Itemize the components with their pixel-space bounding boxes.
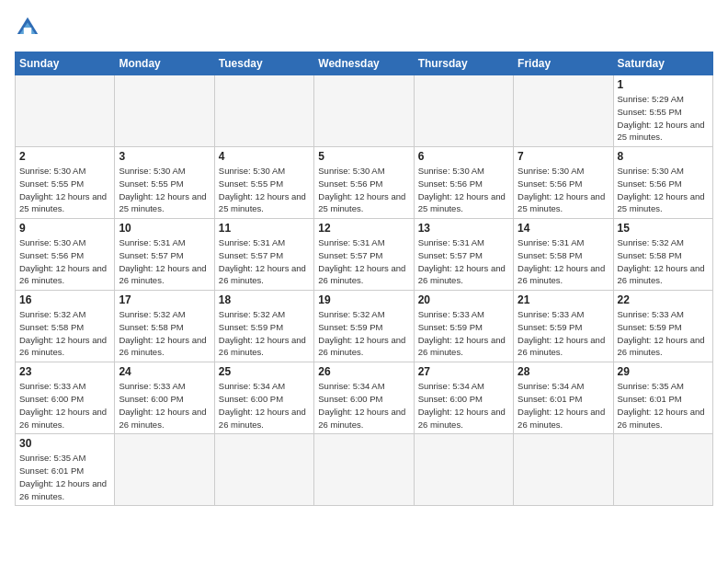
day-number: 8 — [618, 150, 709, 163]
day-info: Sunrise: 5:30 AM Sunset: 5:56 PM Dayligh… — [518, 165, 609, 215]
day-number: 12 — [318, 222, 409, 235]
day-info: Sunrise: 5:34 AM Sunset: 6:01 PM Dayligh… — [518, 380, 609, 431]
day-number: 1 — [618, 78, 709, 91]
day-info: Sunrise: 5:33 AM Sunset: 5:59 PM Dayligh… — [518, 308, 609, 359]
calendar-day-cell: 9Sunrise: 5:30 AM Sunset: 5:56 PM Daylig… — [16, 219, 115, 291]
day-number: 26 — [318, 365, 409, 378]
calendar-day-cell: 11Sunrise: 5:31 AM Sunset: 5:57 PM Dayli… — [214, 219, 313, 291]
calendar-day-cell: 2Sunrise: 5:30 AM Sunset: 5:55 PM Daylig… — [16, 147, 115, 219]
calendar-day-cell — [314, 75, 414, 147]
calendar-day-cell: 16Sunrise: 5:32 AM Sunset: 5:58 PM Dayli… — [16, 291, 115, 362]
day-info: Sunrise: 5:30 AM Sunset: 5:56 PM Dayligh… — [418, 165, 509, 215]
day-number: 13 — [418, 222, 509, 235]
calendar-day-cell: 24Sunrise: 5:33 AM Sunset: 6:00 PM Dayli… — [115, 362, 214, 434]
calendar-day-cell: 28Sunrise: 5:34 AM Sunset: 6:01 PM Dayli… — [514, 362, 613, 434]
svg-rect-2 — [24, 28, 31, 34]
calendar-day-cell — [314, 434, 414, 506]
day-info: Sunrise: 5:30 AM Sunset: 5:56 PM Dayligh… — [318, 165, 409, 215]
calendar-day-cell: 4Sunrise: 5:30 AM Sunset: 5:55 PM Daylig… — [214, 147, 313, 219]
logo-icon — [15, 15, 40, 40]
day-number: 28 — [518, 365, 609, 378]
calendar-week-row: 1Sunrise: 5:29 AM Sunset: 5:55 PM Daylig… — [16, 75, 713, 147]
calendar-day-cell: 17Sunrise: 5:32 AM Sunset: 5:58 PM Dayli… — [115, 291, 214, 362]
calendar-day-cell — [214, 75, 313, 147]
calendar-day-cell — [514, 434, 613, 506]
day-number: 5 — [318, 150, 409, 163]
day-info: Sunrise: 5:30 AM Sunset: 5:55 PM Dayligh… — [119, 165, 210, 215]
day-number: 15 — [618, 222, 709, 235]
calendar-day-cell: 25Sunrise: 5:34 AM Sunset: 6:00 PM Dayli… — [214, 362, 313, 434]
calendar-header-row: SundayMondayTuesdayWednesdayThursdayFrid… — [16, 52, 713, 75]
day-info: Sunrise: 5:32 AM Sunset: 5:58 PM Dayligh… — [618, 236, 709, 287]
day-info: Sunrise: 5:35 AM Sunset: 6:01 PM Dayligh… — [618, 380, 709, 431]
calendar-header-saturday: Saturday — [613, 52, 712, 75]
day-number: 2 — [19, 150, 110, 163]
calendar-day-cell — [115, 75, 214, 147]
day-number: 14 — [518, 222, 609, 235]
day-info: Sunrise: 5:33 AM Sunset: 6:00 PM Dayligh… — [119, 380, 210, 431]
calendar-table: SundayMondayTuesdayWednesdayThursdayFrid… — [15, 52, 713, 506]
calendar-day-cell: 10Sunrise: 5:31 AM Sunset: 5:57 PM Dayli… — [115, 219, 214, 291]
day-number: 21 — [518, 293, 609, 306]
day-info: Sunrise: 5:32 AM Sunset: 5:58 PM Dayligh… — [19, 308, 110, 359]
calendar-day-cell: 27Sunrise: 5:34 AM Sunset: 6:00 PM Dayli… — [414, 362, 513, 434]
calendar-header-friday: Friday — [514, 52, 613, 75]
calendar-day-cell: 12Sunrise: 5:31 AM Sunset: 5:57 PM Dayli… — [314, 219, 414, 291]
day-number: 9 — [19, 222, 110, 235]
day-info: Sunrise: 5:33 AM Sunset: 5:59 PM Dayligh… — [618, 308, 709, 359]
calendar-day-cell: 5Sunrise: 5:30 AM Sunset: 5:56 PM Daylig… — [314, 147, 414, 219]
calendar-day-cell: 7Sunrise: 5:30 AM Sunset: 5:56 PM Daylig… — [514, 147, 613, 219]
calendar-header-sunday: Sunday — [16, 52, 115, 75]
calendar-header-wednesday: Wednesday — [314, 52, 414, 75]
calendar-week-row: 23Sunrise: 5:33 AM Sunset: 6:00 PM Dayli… — [16, 362, 713, 434]
day-info: Sunrise: 5:31 AM Sunset: 5:57 PM Dayligh… — [219, 236, 310, 287]
day-number: 16 — [19, 293, 110, 306]
calendar-header-monday: Monday — [115, 52, 214, 75]
day-number: 19 — [318, 293, 409, 306]
day-info: Sunrise: 5:35 AM Sunset: 6:01 PM Dayligh… — [19, 452, 110, 502]
day-info: Sunrise: 5:31 AM Sunset: 5:57 PM Dayligh… — [119, 236, 210, 287]
calendar-day-cell: 8Sunrise: 5:30 AM Sunset: 5:56 PM Daylig… — [613, 147, 712, 219]
calendar-week-row: 30Sunrise: 5:35 AM Sunset: 6:01 PM Dayli… — [16, 434, 713, 506]
calendar-day-cell: 15Sunrise: 5:32 AM Sunset: 5:58 PM Dayli… — [613, 219, 712, 291]
calendar-day-cell: 13Sunrise: 5:31 AM Sunset: 5:57 PM Dayli… — [414, 219, 513, 291]
day-info: Sunrise: 5:34 AM Sunset: 6:00 PM Dayligh… — [219, 380, 310, 431]
calendar-day-cell: 22Sunrise: 5:33 AM Sunset: 5:59 PM Dayli… — [613, 291, 712, 362]
day-info: Sunrise: 5:33 AM Sunset: 6:00 PM Dayligh… — [19, 380, 110, 431]
calendar-day-cell: 3Sunrise: 5:30 AM Sunset: 5:55 PM Daylig… — [115, 147, 214, 219]
day-info: Sunrise: 5:31 AM Sunset: 5:58 PM Dayligh… — [518, 236, 609, 287]
day-info: Sunrise: 5:32 AM Sunset: 5:59 PM Dayligh… — [219, 308, 310, 359]
calendar-day-cell — [414, 434, 513, 506]
day-info: Sunrise: 5:30 AM Sunset: 5:56 PM Dayligh… — [19, 236, 110, 287]
calendar-day-cell — [414, 75, 513, 147]
calendar-week-row: 9Sunrise: 5:30 AM Sunset: 5:56 PM Daylig… — [16, 219, 713, 291]
day-info: Sunrise: 5:32 AM Sunset: 5:58 PM Dayligh… — [119, 308, 210, 359]
day-info: Sunrise: 5:30 AM Sunset: 5:55 PM Dayligh… — [19, 165, 110, 215]
day-number: 11 — [219, 222, 310, 235]
calendar-day-cell — [214, 434, 313, 506]
day-info: Sunrise: 5:29 AM Sunset: 5:55 PM Dayligh… — [618, 93, 709, 144]
page-header — [15, 15, 713, 40]
calendar-header-tuesday: Tuesday — [214, 52, 313, 75]
calendar-day-cell: 1Sunrise: 5:29 AM Sunset: 5:55 PM Daylig… — [613, 75, 712, 147]
calendar-day-cell — [115, 434, 214, 506]
calendar-day-cell: 19Sunrise: 5:32 AM Sunset: 5:59 PM Dayli… — [314, 291, 414, 362]
day-info: Sunrise: 5:30 AM Sunset: 5:56 PM Dayligh… — [618, 165, 709, 215]
day-number: 29 — [618, 365, 709, 378]
calendar-week-row: 16Sunrise: 5:32 AM Sunset: 5:58 PM Dayli… — [16, 291, 713, 362]
day-number: 27 — [418, 365, 509, 378]
day-number: 24 — [119, 365, 210, 378]
day-number: 4 — [219, 150, 310, 163]
day-info: Sunrise: 5:32 AM Sunset: 5:59 PM Dayligh… — [318, 308, 409, 359]
day-info: Sunrise: 5:30 AM Sunset: 5:55 PM Dayligh… — [219, 165, 310, 215]
calendar-day-cell: 29Sunrise: 5:35 AM Sunset: 6:01 PM Dayli… — [613, 362, 712, 434]
day-number: 18 — [219, 293, 310, 306]
day-number: 30 — [19, 437, 110, 450]
logo — [15, 15, 44, 40]
day-info: Sunrise: 5:33 AM Sunset: 5:59 PM Dayligh… — [418, 308, 509, 359]
day-info: Sunrise: 5:34 AM Sunset: 6:00 PM Dayligh… — [418, 380, 509, 431]
calendar-week-row: 2Sunrise: 5:30 AM Sunset: 5:55 PM Daylig… — [16, 147, 713, 219]
calendar-header-thursday: Thursday — [414, 52, 513, 75]
day-number: 20 — [418, 293, 509, 306]
calendar-day-cell: 14Sunrise: 5:31 AM Sunset: 5:58 PM Dayli… — [514, 219, 613, 291]
